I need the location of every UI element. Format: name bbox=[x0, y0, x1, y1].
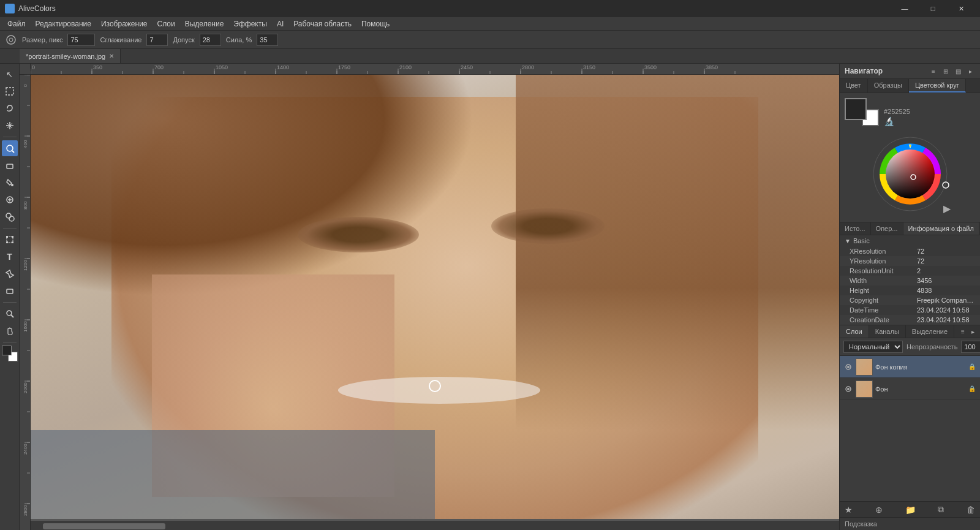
info-key: Height bbox=[850, 287, 917, 294]
file-tab[interactable]: *portrait-smiley-woman.jpg ✕ bbox=[20, 49, 121, 63]
layer-visibility-toggle[interactable] bbox=[843, 362, 853, 372]
navigator-title: Навигатор bbox=[845, 67, 883, 75]
photo-simulation bbox=[31, 75, 839, 519]
shape-tool-button[interactable] bbox=[2, 283, 18, 299]
hand-tool-button[interactable] bbox=[2, 323, 18, 339]
fill-tool-button[interactable] bbox=[2, 175, 18, 191]
color-swatch-tool[interactable] bbox=[2, 346, 18, 362]
svg-point-14 bbox=[6, 213, 11, 218]
move-tool-button[interactable]: ↖ bbox=[2, 66, 18, 82]
close-button[interactable]: ✕ bbox=[947, 0, 975, 17]
layer-thumbnail bbox=[856, 380, 873, 398]
menu-item-эффекты[interactable]: Эффекты bbox=[228, 18, 272, 29]
selection-tab[interactable]: Выделение bbox=[906, 325, 954, 338]
menu-item-выделение[interactable]: Выделение bbox=[180, 18, 229, 29]
color-play-icon[interactable]: ▶ bbox=[943, 203, 951, 214]
size-input[interactable] bbox=[67, 34, 95, 46]
tool-separator-4 bbox=[3, 342, 17, 343]
menu-item-редактирование[interactable]: Редактирование bbox=[31, 18, 96, 29]
magic-wand-button[interactable] bbox=[2, 118, 18, 134]
color-wheel[interactable]: ▶ bbox=[867, 131, 953, 217]
horizontal-ruler bbox=[31, 64, 839, 75]
history-tab[interactable]: Исто... bbox=[840, 222, 871, 235]
brush-tool-button[interactable] bbox=[2, 140, 18, 156]
color-tab-образцы[interactable]: Образцы bbox=[868, 79, 909, 93]
layer-thumbnail bbox=[856, 358, 873, 376]
heal-tool-button[interactable] bbox=[2, 192, 18, 208]
menu-item-изображение[interactable]: Изображение bbox=[96, 18, 153, 29]
add-style-button[interactable]: ★ bbox=[845, 505, 853, 515]
foreground-color-swatch[interactable] bbox=[845, 98, 867, 120]
size-label: Размер, пикс bbox=[22, 36, 62, 44]
duplicate-layer-button[interactable]: ⧉ bbox=[938, 504, 944, 515]
eraser-tool-button[interactable] bbox=[2, 157, 18, 173]
add-adjustment-button[interactable]: ⊕ bbox=[875, 505, 883, 515]
select-tool-button[interactable] bbox=[2, 83, 18, 99]
horizontal-scrollbar[interactable] bbox=[31, 521, 839, 530]
info-row-datetime: DateTime23.04.2024 10:58 bbox=[840, 305, 980, 315]
scroll-thumb-horizontal[interactable] bbox=[43, 523, 165, 529]
minimize-button[interactable]: — bbox=[891, 0, 919, 17]
blend-mode-select[interactable]: НормальныйУмножениеЭкранПерекрытие bbox=[843, 341, 903, 353]
right-panel: Навигатор ≡ ⊞ ▤ ▸ Цвет Образцы Цветовой … bbox=[839, 64, 980, 530]
navigator-icons: ≡ ⊞ ▤ ▸ bbox=[929, 66, 975, 76]
strength-label: Сила, % bbox=[226, 36, 252, 44]
operations-tab[interactable]: Опер... bbox=[871, 222, 903, 235]
file-info-tab[interactable]: Информация о файл bbox=[903, 222, 979, 235]
menu-item-рабочая область[interactable]: Рабочая область bbox=[288, 18, 356, 29]
nav-panel-icon[interactable]: ▤ bbox=[953, 66, 963, 76]
canvas-area[interactable] bbox=[20, 64, 839, 530]
layer-item[interactable]: Фон копия 🔒 bbox=[840, 356, 980, 378]
transform-tool-button[interactable] bbox=[2, 232, 18, 248]
tool-separator-2 bbox=[3, 228, 17, 229]
menu-item-помощь[interactable]: Помощь bbox=[356, 18, 394, 29]
info-key: CreationDate bbox=[850, 316, 917, 324]
menu-item-файл[interactable]: Файл bbox=[2, 18, 31, 29]
zoom-tool-button[interactable] bbox=[2, 306, 18, 322]
layers-tab[interactable]: Слои bbox=[840, 325, 869, 338]
tolerance-input[interactable] bbox=[200, 34, 221, 46]
layer-lock-icon[interactable]: 🔒 bbox=[968, 363, 976, 371]
color-swatches: #252525 🔬 bbox=[845, 98, 975, 126]
nav-more-icon[interactable]: ▸ bbox=[965, 66, 975, 76]
svg-point-0 bbox=[7, 36, 15, 44]
layer-lock-icon[interactable]: 🔒 bbox=[968, 385, 976, 393]
delete-layer-button[interactable]: 🗑 bbox=[967, 505, 975, 515]
layer-visibility-toggle[interactable] bbox=[843, 384, 853, 394]
layers-options: НормальныйУмножениеЭкранПерекрытие Непро… bbox=[840, 338, 980, 356]
nav-list-icon[interactable]: ≡ bbox=[929, 66, 938, 76]
strength-input[interactable] bbox=[257, 34, 278, 46]
info-val: 2 bbox=[917, 267, 975, 274]
layers-list: Фон копия 🔒 Фон 🔒 bbox=[840, 356, 980, 501]
svg-rect-19 bbox=[6, 241, 8, 243]
smooth-input[interactable] bbox=[146, 34, 168, 46]
info-val: 23.04.2024 10:58 bbox=[917, 316, 975, 324]
section-collapse-icon[interactable]: ▼ bbox=[845, 238, 851, 244]
info-row-width: Width3456 bbox=[840, 276, 980, 286]
layers-menu-icon[interactable]: ≡ bbox=[958, 327, 968, 336]
layers-tab-icons: ≡ ▸ bbox=[958, 325, 980, 338]
menu-item-слои[interactable]: Слои bbox=[153, 18, 180, 29]
menu-item-ai[interactable]: AI bbox=[272, 18, 288, 29]
color-tab-wheel[interactable]: Цветовой круг bbox=[909, 79, 966, 93]
new-group-button[interactable]: 📁 bbox=[905, 505, 916, 515]
color-tab-цвет[interactable]: Цвет bbox=[840, 79, 868, 93]
text-tool-button[interactable]: T bbox=[2, 249, 18, 265]
opacity-input[interactable] bbox=[961, 341, 980, 353]
smooth-label: Сглаживание bbox=[100, 36, 141, 44]
canvas-image[interactable] bbox=[31, 75, 839, 519]
color-hex-value: #252525 bbox=[884, 108, 910, 115]
nav-grid-icon[interactable]: ⊞ bbox=[941, 66, 951, 76]
maximize-button[interactable]: □ bbox=[919, 0, 947, 17]
pen-tool-button[interactable] bbox=[2, 266, 18, 282]
layers-arrow-icon[interactable]: ▸ bbox=[968, 327, 978, 336]
layer-item[interactable]: Фон 🔒 bbox=[840, 378, 980, 400]
color-picker-dropper[interactable]: 🔬 bbox=[884, 116, 910, 126]
info-key: XResolution bbox=[850, 248, 917, 255]
tab-close-icon[interactable]: ✕ bbox=[109, 53, 114, 59]
tab-label: *portrait-smiley-woman.jpg bbox=[26, 53, 105, 60]
info-row-creationdate: CreationDate23.04.2024 10:58 bbox=[840, 315, 980, 325]
channels-tab[interactable]: Каналы bbox=[869, 325, 906, 338]
lasso-tool-button[interactable] bbox=[2, 100, 18, 116]
clone-tool-button[interactable] bbox=[2, 209, 18, 225]
